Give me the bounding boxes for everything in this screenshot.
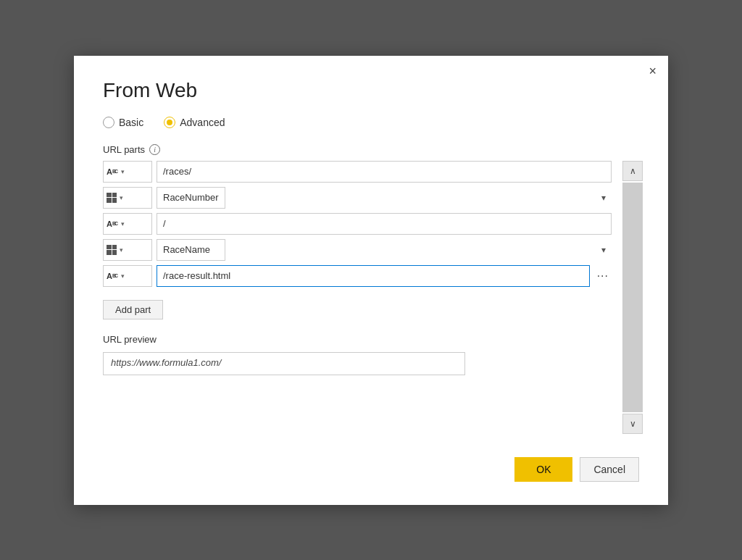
basic-radio-label[interactable]: Basic: [103, 117, 143, 128]
url-row-1: ABC ▾: [103, 161, 612, 183]
abc-icon-5: ABC: [107, 272, 118, 280]
scroll-up-button[interactable]: ∧: [622, 161, 643, 181]
type-selector-2[interactable]: ▾: [103, 187, 152, 209]
url-input-3[interactable]: [157, 213, 612, 235]
basic-radio[interactable]: [103, 117, 114, 128]
select-wrapper-4: RaceNumber RaceName: [157, 239, 612, 261]
chevron-down-icon-5: ▾: [121, 272, 125, 280]
url-parts-list: ABC ▾ ▾ RaceNumber RaceName: [103, 161, 612, 434]
basic-radio-text: Basic: [119, 117, 143, 128]
abc-icon-3: ABC: [107, 220, 118, 228]
select-wrapper-2: RaceNumber RaceName: [157, 187, 612, 209]
info-icon: i: [149, 144, 160, 155]
url-preview-label: URL preview: [103, 334, 612, 345]
advanced-radio-text: Advanced: [180, 117, 225, 128]
ellipsis-button[interactable]: ···: [594, 269, 612, 283]
url-row-3: ABC ▾: [103, 213, 612, 235]
url-input-1[interactable]: [157, 161, 612, 183]
add-part-button[interactable]: Add part: [103, 300, 163, 319]
from-web-dialog: × From Web Basic Advanced URL parts i AB…: [74, 56, 668, 505]
type-selector-4[interactable]: ▾: [103, 239, 152, 261]
chevron-down-icon-3: ▾: [121, 220, 125, 227]
type-selector-1[interactable]: ABC ▾: [103, 161, 152, 183]
url-row-2: ▾ RaceNumber RaceName: [103, 187, 612, 209]
table-icon-2: [107, 193, 117, 203]
url-row-4: ▾ RaceNumber RaceName: [103, 239, 612, 261]
url-parts-container: ABC ▾ ▾ RaceNumber RaceName: [103, 161, 639, 434]
dialog-title: From Web: [103, 79, 639, 102]
table-icon-4: [107, 245, 117, 255]
advanced-radio[interactable]: [164, 117, 175, 128]
chevron-down-icon-2: ▾: [120, 194, 123, 201]
type-selector-3[interactable]: ABC ▾: [103, 213, 152, 235]
url-row-5: ABC ▾ ···: [103, 265, 612, 287]
cancel-button[interactable]: Cancel: [580, 457, 639, 482]
url-select-2[interactable]: RaceNumber RaceName: [157, 187, 225, 209]
scroll-down-button[interactable]: ∨: [622, 414, 643, 434]
type-selector-5[interactable]: ABC ▾: [103, 265, 152, 287]
abc-icon-1: ABC: [107, 167, 118, 176]
url-preview-box: https://www.formula1.com/: [103, 352, 465, 375]
chevron-down-icon-4: ▾: [120, 246, 123, 254]
advanced-radio-label[interactable]: Advanced: [164, 117, 225, 128]
chevron-down-icon-1: ▾: [121, 168, 125, 175]
url-input-5[interactable]: [157, 265, 590, 287]
close-button[interactable]: ×: [649, 64, 656, 78]
url-select-4[interactable]: RaceNumber RaceName: [157, 239, 225, 261]
mode-radio-group: Basic Advanced: [103, 117, 639, 128]
ok-button[interactable]: OK: [514, 457, 572, 482]
url-parts-section-label: URL parts i: [103, 144, 639, 155]
dialog-footer: OK Cancel: [103, 434, 639, 482]
scrollbar: ∧ ∨: [626, 161, 639, 434]
scroll-thumb[interactable]: [622, 183, 643, 412]
